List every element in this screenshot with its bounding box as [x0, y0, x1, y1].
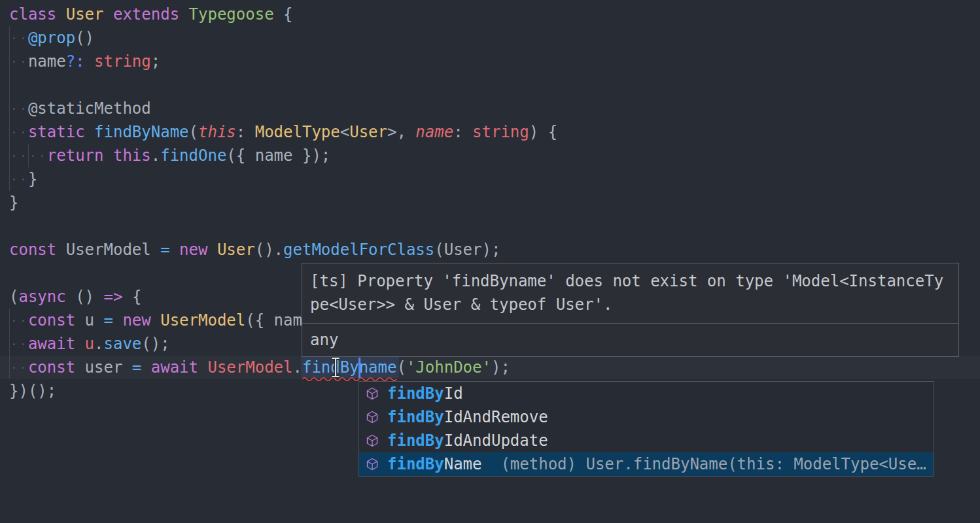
code-token: findByName [94, 123, 189, 141]
code-token: ({ nam [245, 311, 302, 329]
code-token: } [9, 194, 18, 212]
code-token: const [9, 311, 85, 329]
code-token: this [198, 123, 236, 141]
code-token: User [66, 5, 113, 24]
whitespace-dot [22, 37, 24, 39]
code-token: ({ name }); [226, 146, 330, 165]
ibeam-mouse-cursor [329, 356, 342, 379]
code-token: findByname [302, 358, 397, 377]
whitespace-dot [22, 155, 24, 157]
whitespace-dot [13, 155, 15, 157]
whitespace-dot [22, 320, 24, 322]
code-token: new [179, 241, 217, 259]
code-token: })(); [9, 382, 56, 400]
code-token: = [104, 311, 123, 329]
code-token: >, [387, 123, 415, 141]
code-token: string [85, 52, 151, 71]
suggest-item-findByIdAndRemove[interactable]: findByIdAndRemove [359, 405, 934, 429]
code-token: u [85, 311, 104, 329]
code-token: @prop [28, 29, 75, 47]
whitespace-dot [13, 61, 15, 63]
suggest-item-label: findByName [387, 455, 482, 473]
code-token: => [104, 288, 132, 306]
code-token: const [9, 358, 85, 377]
code-token: (); [141, 335, 169, 353]
code-token: user [85, 358, 132, 377]
whitespace-dot [41, 155, 43, 157]
code-token: findOne [160, 146, 226, 165]
code-token: (). [255, 241, 283, 259]
method-cube-icon [366, 458, 379, 471]
code-line[interactable]: static findByName(this: ModelType<User>,… [9, 120, 557, 144]
code-token: return [9, 146, 113, 165]
method-cube-icon [366, 387, 379, 400]
code-token: = [160, 241, 179, 259]
code-token: ( [396, 358, 406, 377]
hover-quick-info: any [302, 323, 958, 356]
code-token [9, 29, 28, 47]
code-token: ?: [66, 52, 85, 71]
code-line[interactable]: const u = new UserModel({ nam [9, 309, 302, 332]
whitespace-dot [22, 108, 24, 110]
code-token: getModelForClass [283, 241, 434, 259]
code-token: name [415, 123, 453, 141]
whitespace-dot [22, 367, 24, 369]
whitespace-dot [13, 367, 15, 369]
code-line[interactable]: return this.findOne({ name }); [9, 144, 330, 167]
code-token: this [113, 146, 151, 165]
suggest-item-label: findByIdAndUpdate [387, 431, 548, 450]
suggest-item-label: findById [387, 384, 463, 403]
code-token: User [217, 241, 255, 259]
code-token: string [472, 123, 529, 141]
whitespace-dot [13, 37, 15, 39]
code-token: : [453, 123, 472, 141]
code-token: () [75, 29, 94, 47]
suggest-item-findByName[interactable]: findByName(method) User.findByName(this:… [359, 452, 934, 476]
code-token: . [293, 358, 302, 377]
code-editor[interactable]: class User extends Typegoose { @prop() n… [0, 0, 980, 523]
whitespace-dot [32, 155, 34, 157]
code-line[interactable]: const UserModel = new User().getModelFor… [9, 238, 500, 262]
whitespace-dot [13, 178, 15, 180]
code-token: ; [151, 52, 160, 71]
code-token: 'JohnDoe' [406, 358, 491, 377]
suggest-widget[interactable]: findByIdfindByIdAndRemovefindByIdAndUpda… [359, 381, 934, 477]
code-token: ( [189, 123, 198, 141]
code-token: = [132, 358, 151, 377]
code-token: . [151, 146, 160, 165]
code-line[interactable]: } [9, 191, 18, 214]
suggest-item-label: findByIdAndRemove [387, 408, 548, 426]
code-line[interactable]: name?: string; [9, 50, 160, 73]
text-caret [359, 358, 360, 378]
whitespace-dot [13, 108, 15, 110]
code-token: @staticMethod [9, 99, 151, 118]
code-token: new [122, 311, 160, 329]
whitespace-dot [22, 131, 24, 133]
code-token: ModelType [255, 123, 340, 141]
hover-tooltip[interactable]: [ts] Property 'findByname' does not exis… [302, 263, 959, 357]
whitespace-dot [22, 178, 24, 180]
code-token: extends [113, 5, 189, 24]
method-cube-icon [366, 411, 379, 424]
code-line[interactable]: class User extends Typegoose { [9, 3, 293, 26]
code-line[interactable]: const user = await UserModel.findByname(… [9, 356, 510, 379]
code-line[interactable]: })(); [9, 379, 56, 403]
code-line[interactable]: await u.save(); [9, 332, 170, 356]
code-token: name [9, 52, 66, 71]
code-token: { [283, 5, 292, 24]
code-token: save [104, 335, 142, 353]
code-token: Typegoose [189, 5, 284, 24]
code-token: () [75, 288, 103, 306]
code-token: (User); [434, 241, 500, 259]
code-token: : [236, 123, 255, 141]
code-line[interactable]: (async () => { [9, 285, 141, 309]
whitespace-dot [22, 61, 24, 63]
code-token: ) { [529, 123, 557, 141]
suggest-item-findByIdAndUpdate[interactable]: findByIdAndUpdate [359, 429, 934, 452]
code-token: ( [9, 288, 18, 306]
suggest-item-findById[interactable]: findById [359, 382, 934, 405]
whitespace-dot [13, 343, 15, 345]
code-token: UserModel [160, 311, 245, 329]
code-token: { [132, 288, 141, 306]
code-line[interactable]: @staticMethod [9, 97, 151, 120]
